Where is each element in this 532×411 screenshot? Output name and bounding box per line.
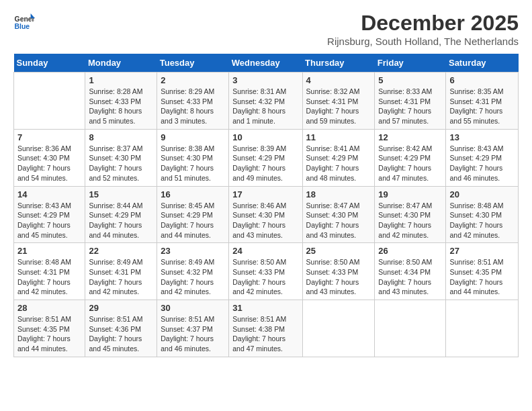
day-number: 10 <box>232 132 298 142</box>
cell-info: Sunrise: 8:50 AM Sunset: 4:33 PM Dayligh… <box>306 257 371 297</box>
cell-info: Sunrise: 8:48 AM Sunset: 4:30 PM Dayligh… <box>449 201 515 240</box>
calendar-cell: 25Sunrise: 8:50 AM Sunset: 4:33 PM Dayli… <box>302 243 375 300</box>
cell-info: Sunrise: 8:31 AM Sunset: 4:32 PM Dayligh… <box>232 87 298 126</box>
cell-info: Sunrise: 8:39 AM Sunset: 4:29 PM Dayligh… <box>232 144 298 183</box>
calendar-cell: 3Sunrise: 8:31 AM Sunset: 4:32 PM Daylig… <box>229 73 302 130</box>
col-header-thursday: Thursday <box>302 54 375 73</box>
calendar-cell <box>375 300 446 357</box>
calendar-cell: 18Sunrise: 8:47 AM Sunset: 4:30 PM Dayli… <box>302 186 375 243</box>
calendar-cell <box>14 73 85 130</box>
calendar-cell: 6Sunrise: 8:35 AM Sunset: 4:31 PM Daylig… <box>446 73 519 130</box>
month-title: December 2025 <box>327 11 519 36</box>
cell-info: Sunrise: 8:51 AM Sunset: 4:36 PM Dayligh… <box>89 314 153 354</box>
calendar-cell: 30Sunrise: 8:51 AM Sunset: 4:37 PM Dayli… <box>157 300 229 357</box>
day-number: 21 <box>17 246 81 256</box>
day-number: 15 <box>89 189 153 199</box>
calendar-cell: 21Sunrise: 8:48 AM Sunset: 4:31 PM Dayli… <box>14 243 85 300</box>
cell-info: Sunrise: 8:51 AM Sunset: 4:35 PM Dayligh… <box>17 314 81 354</box>
cell-info: Sunrise: 8:43 AM Sunset: 4:29 PM Dayligh… <box>17 201 81 240</box>
calendar-cell: 24Sunrise: 8:50 AM Sunset: 4:33 PM Dayli… <box>229 243 302 300</box>
day-number: 16 <box>161 189 225 199</box>
cell-info: Sunrise: 8:50 AM Sunset: 4:33 PM Dayligh… <box>232 257 298 297</box>
calendar-cell: 29Sunrise: 8:51 AM Sunset: 4:36 PM Dayli… <box>85 300 157 357</box>
cell-info: Sunrise: 8:44 AM Sunset: 4:29 PM Dayligh… <box>89 201 153 240</box>
cell-info: Sunrise: 8:51 AM Sunset: 4:37 PM Dayligh… <box>161 314 225 354</box>
cell-info: Sunrise: 8:45 AM Sunset: 4:29 PM Dayligh… <box>161 201 225 240</box>
cell-info: Sunrise: 8:49 AM Sunset: 4:32 PM Dayligh… <box>161 257 225 297</box>
day-number: 4 <box>306 75 371 85</box>
calendar-cell: 19Sunrise: 8:47 AM Sunset: 4:30 PM Dayli… <box>375 186 446 243</box>
calendar-cell: 26Sunrise: 8:50 AM Sunset: 4:34 PM Dayli… <box>375 243 446 300</box>
week-row-2: 7Sunrise: 8:36 AM Sunset: 4:30 PM Daylig… <box>14 129 519 186</box>
day-number: 11 <box>306 132 371 142</box>
calendar-cell <box>446 300 519 357</box>
cell-info: Sunrise: 8:49 AM Sunset: 4:31 PM Dayligh… <box>89 257 153 297</box>
calendar-cell: 14Sunrise: 8:43 AM Sunset: 4:29 PM Dayli… <box>14 186 85 243</box>
cell-info: Sunrise: 8:38 AM Sunset: 4:30 PM Dayligh… <box>161 144 225 183</box>
day-number: 30 <box>161 303 225 313</box>
day-number: 20 <box>449 189 515 199</box>
day-number: 26 <box>378 246 442 256</box>
cell-info: Sunrise: 8:33 AM Sunset: 4:31 PM Dayligh… <box>378 87 442 126</box>
logo: General Blue <box>13 11 35 32</box>
day-number: 25 <box>306 246 371 256</box>
day-number: 29 <box>89 303 153 313</box>
calendar-cell: 13Sunrise: 8:43 AM Sunset: 4:29 PM Dayli… <box>446 129 519 186</box>
cell-info: Sunrise: 8:50 AM Sunset: 4:34 PM Dayligh… <box>378 257 442 297</box>
cell-info: Sunrise: 8:48 AM Sunset: 4:31 PM Dayligh… <box>17 257 81 297</box>
day-number: 8 <box>89 132 153 142</box>
calendar-cell: 31Sunrise: 8:51 AM Sunset: 4:38 PM Dayli… <box>229 300 302 357</box>
cell-info: Sunrise: 8:42 AM Sunset: 4:29 PM Dayligh… <box>378 144 442 183</box>
calendar-cell: 16Sunrise: 8:45 AM Sunset: 4:29 PM Dayli… <box>157 186 229 243</box>
day-number: 6 <box>449 75 515 85</box>
cell-info: Sunrise: 8:51 AM Sunset: 4:35 PM Dayligh… <box>449 257 515 297</box>
cell-info: Sunrise: 8:37 AM Sunset: 4:30 PM Dayligh… <box>89 144 153 183</box>
cell-info: Sunrise: 8:32 AM Sunset: 4:31 PM Dayligh… <box>306 87 371 126</box>
calendar-cell: 28Sunrise: 8:51 AM Sunset: 4:35 PM Dayli… <box>14 300 85 357</box>
col-header-wednesday: Wednesday <box>229 54 302 73</box>
cell-info: Sunrise: 8:51 AM Sunset: 4:38 PM Dayligh… <box>232 314 298 354</box>
calendar-cell: 7Sunrise: 8:36 AM Sunset: 4:30 PM Daylig… <box>14 129 85 186</box>
calendar-cell: 27Sunrise: 8:51 AM Sunset: 4:35 PM Dayli… <box>446 243 519 300</box>
cell-info: Sunrise: 8:41 AM Sunset: 4:29 PM Dayligh… <box>306 144 371 183</box>
calendar-table: SundayMondayTuesdayWednesdayThursdayFrid… <box>13 54 519 357</box>
cell-info: Sunrise: 8:43 AM Sunset: 4:29 PM Dayligh… <box>449 144 515 183</box>
cell-info: Sunrise: 8:47 AM Sunset: 4:30 PM Dayligh… <box>306 201 371 240</box>
day-number: 28 <box>17 303 81 313</box>
calendar-cell: 8Sunrise: 8:37 AM Sunset: 4:30 PM Daylig… <box>85 129 157 186</box>
calendar-cell: 4Sunrise: 8:32 AM Sunset: 4:31 PM Daylig… <box>302 73 375 130</box>
col-header-friday: Friday <box>375 54 446 73</box>
day-number: 5 <box>378 75 442 85</box>
calendar-cell: 23Sunrise: 8:49 AM Sunset: 4:32 PM Dayli… <box>157 243 229 300</box>
calendar-cell: 5Sunrise: 8:33 AM Sunset: 4:31 PM Daylig… <box>375 73 446 130</box>
calendar-cell: 12Sunrise: 8:42 AM Sunset: 4:29 PM Dayli… <box>375 129 446 186</box>
day-number: 24 <box>232 246 298 256</box>
day-number: 27 <box>449 246 515 256</box>
calendar-cell: 1Sunrise: 8:28 AM Sunset: 4:33 PM Daylig… <box>85 73 157 130</box>
calendar-cell: 9Sunrise: 8:38 AM Sunset: 4:30 PM Daylig… <box>157 129 229 186</box>
day-number: 19 <box>378 189 442 199</box>
day-number: 14 <box>17 189 81 199</box>
day-number: 12 <box>378 132 442 142</box>
day-number: 13 <box>449 132 515 142</box>
day-number: 18 <box>306 189 371 199</box>
day-number: 2 <box>161 75 225 85</box>
col-header-saturday: Saturday <box>446 54 519 73</box>
cell-info: Sunrise: 8:46 AM Sunset: 4:30 PM Dayligh… <box>232 201 298 240</box>
week-row-4: 21Sunrise: 8:48 AM Sunset: 4:31 PM Dayli… <box>14 243 519 300</box>
week-row-1: 1Sunrise: 8:28 AM Sunset: 4:33 PM Daylig… <box>14 73 519 130</box>
day-number: 7 <box>17 132 81 142</box>
calendar-cell: 17Sunrise: 8:46 AM Sunset: 4:30 PM Dayli… <box>229 186 302 243</box>
calendar-cell: 2Sunrise: 8:29 AM Sunset: 4:33 PM Daylig… <box>157 73 229 130</box>
day-number: 17 <box>232 189 298 199</box>
calendar-cell <box>302 300 375 357</box>
calendar-cell: 20Sunrise: 8:48 AM Sunset: 4:30 PM Dayli… <box>446 186 519 243</box>
svg-text:Blue: Blue <box>15 23 30 30</box>
day-number: 22 <box>89 246 153 256</box>
day-number: 3 <box>232 75 298 85</box>
week-row-5: 28Sunrise: 8:51 AM Sunset: 4:35 PM Dayli… <box>14 300 519 357</box>
col-header-tuesday: Tuesday <box>157 54 229 73</box>
day-number: 31 <box>232 303 298 313</box>
calendar-cell: 15Sunrise: 8:44 AM Sunset: 4:29 PM Dayli… <box>85 186 157 243</box>
week-row-3: 14Sunrise: 8:43 AM Sunset: 4:29 PM Dayli… <box>14 186 519 243</box>
